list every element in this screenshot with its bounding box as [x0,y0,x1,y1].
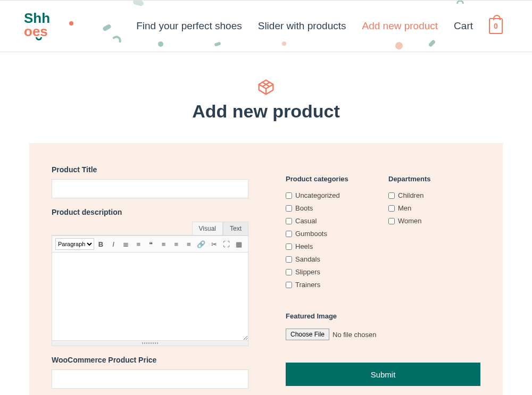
category-checkbox[interactable] [286,269,292,275]
format-select[interactable]: Paragraph [55,238,94,250]
bold-icon[interactable]: B [95,238,107,250]
department-label: Children [398,191,423,199]
toolbar-toggle-icon[interactable]: ▦ [233,238,245,250]
site-logo[interactable]: Shh oes [24,12,50,40]
department-checkbox[interactable] [388,218,395,224]
category-checkbox[interactable] [286,192,292,199]
add-product-form: Product Title Product description Visual… [29,143,503,395]
align-left-icon[interactable]: ≡ [158,238,170,250]
category-label: Heels [295,242,313,250]
fullscreen-icon[interactable]: ⛶ [221,238,232,250]
department-label: Men [398,204,411,212]
department-item[interactable]: Men [388,204,480,212]
category-label: Slippers [295,268,320,276]
department-item[interactable]: Women [388,217,480,225]
bullet-list-icon[interactable]: ≣ [120,238,132,250]
category-label: Boots [295,204,313,212]
shopping-bag-icon: 0 [489,18,503,34]
category-label: Casual [295,217,317,225]
category-checkbox[interactable] [286,218,292,224]
file-status-text: No file chosen [332,331,376,339]
nav-find-shoes[interactable]: Find your perfect shoes [136,20,242,32]
departments-title: Departments [388,175,480,183]
product-price-input[interactable] [52,369,248,389]
featured-image-section: Featured Image Choose File No file chose… [286,302,480,340]
featured-image-title: Featured Image [286,312,480,320]
nav-add-product[interactable]: Add new product [362,20,438,32]
link-icon[interactable]: 🔗 [196,238,207,250]
main-nav: Find your perfect shoes Slider with prod… [136,18,503,34]
rich-text-editor: Visual Text Paragraph B I ≣ ≡ ❝ ≡ ≡ [52,222,248,346]
cart-button[interactable]: 0 [489,18,503,34]
category-item[interactable]: Boots [286,204,378,212]
category-label: Gumboots [295,230,327,238]
category-item[interactable]: Heels [286,242,378,250]
category-checkbox[interactable] [286,282,292,288]
site-header: Shh oes Find your perfect shoes Slider w… [0,0,532,52]
italic-icon[interactable]: I [107,238,119,250]
product-title-label: Product Title [52,165,248,174]
nav-cart[interactable]: Cart [454,20,473,32]
align-center-icon[interactable]: ≡ [170,238,182,250]
nav-slider[interactable]: Slider with products [258,20,346,32]
product-description-label: Product description [52,208,248,216]
align-right-icon[interactable]: ≡ [183,238,195,250]
box-icon [257,79,275,98]
page-hero: Add new product [0,52,532,143]
category-item[interactable]: Gumboots [286,230,378,238]
logo-line2: oes [24,25,50,38]
page-title: Add new product [0,101,532,122]
department-checkbox[interactable] [388,192,395,199]
numbered-list-icon[interactable]: ≡ [133,238,145,250]
department-label: Women [398,217,422,225]
category-item[interactable]: Uncategorized [286,191,378,199]
product-price-label: WooCommerce Product Price [52,356,248,364]
editor-tab-text[interactable]: Text [223,222,248,235]
logo-smile-icon [36,37,42,40]
department-checkbox[interactable] [388,205,395,212]
categories-title: Product categories [286,175,378,183]
category-item[interactable]: Slippers [286,268,378,276]
product-title-input[interactable] [52,179,248,198]
submit-button[interactable]: Submit [286,363,480,386]
category-label: Sandals [295,255,320,263]
editor-tab-visual[interactable]: Visual [192,222,223,235]
product-categories-section: Product categories UncategorizedBootsCas… [286,165,378,289]
editor-toolbar: Paragraph B I ≣ ≡ ❝ ≡ ≡ ≡ 🔗 ✂ ⛶ ▦ [52,236,248,253]
choose-file-button[interactable]: Choose File [286,329,329,340]
category-checkbox[interactable] [286,256,292,263]
department-item[interactable]: Children [388,191,480,199]
blockquote-icon[interactable]: ❝ [145,238,157,250]
unlink-icon[interactable]: ✂ [208,238,220,250]
editor-resize-handle[interactable] [52,340,248,346]
product-description-input[interactable] [52,253,248,340]
cart-count: 0 [494,22,498,30]
category-checkbox[interactable] [286,205,292,212]
category-checkbox[interactable] [286,243,292,250]
category-item[interactable]: Sandals [286,255,378,263]
category-item[interactable]: Casual [286,217,378,225]
departments-section: Departments ChildrenMenWomen [388,165,480,289]
category-label: Uncategorized [295,191,340,199]
category-checkbox[interactable] [286,231,292,237]
category-item[interactable]: Trainers [286,281,378,289]
category-label: Trainers [295,281,320,289]
